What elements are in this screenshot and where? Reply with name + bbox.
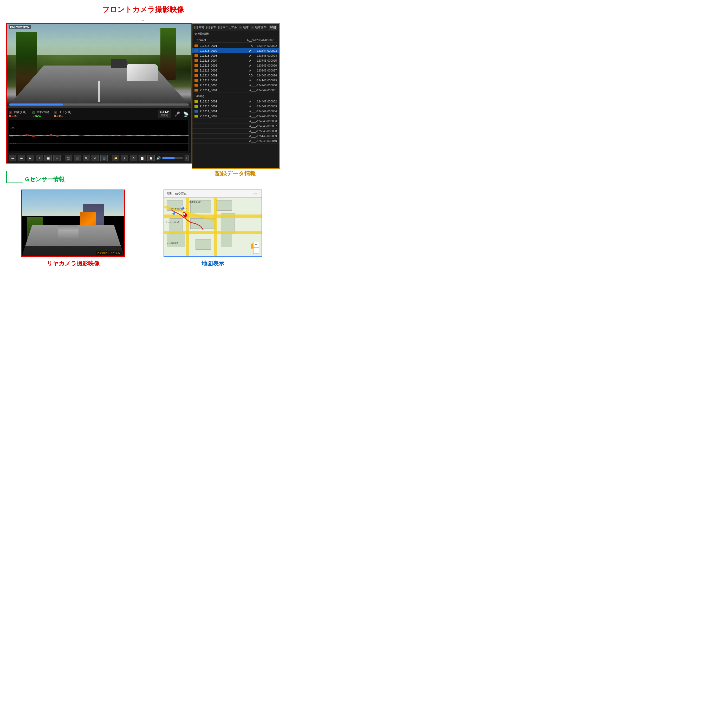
skip-end-button[interactable]: ⏭	[53, 155, 60, 161]
data-row-p3[interactable]: 211214_0001 A___-124647-000034	[192, 109, 279, 114]
device-label: 速度取締機	[192, 31, 279, 37]
gsensor-bracket	[6, 171, 14, 183]
axis-x-checkbox[interactable]: 前後(X軸)	[9, 110, 27, 114]
row-icon-n2	[195, 50, 198, 52]
count-badge: 20個	[269, 25, 277, 30]
row-id-p2: A___-124547-000033	[249, 105, 277, 108]
data-row-n7[interactable]: 211214_0001 AG__-124046-000028	[192, 73, 279, 78]
data-row-p2[interactable]: 211213_0002 A___-124547-000033	[192, 104, 279, 109]
zoom-in-button[interactable]: ⊕	[92, 155, 99, 161]
data-row-x5[interactable]: A___-125249-000040	[192, 139, 279, 143]
fullhd-button[interactable]: Full HD 高画質	[158, 110, 171, 118]
axis-z-check	[54, 111, 57, 114]
row-name-n9: 211214_0003	[200, 84, 249, 87]
settings-button[interactable]: ⚙	[130, 155, 137, 161]
lower-left: 2021/12/13 12:34:56 リヤカメラ撮影映像	[6, 190, 140, 268]
map-zoom-out[interactable]: −	[253, 248, 259, 254]
row-name-n10: 211214_0004	[200, 89, 249, 92]
data-row-n3[interactable]: 211213_0003 A___-123645-000024	[192, 53, 279, 58]
delete-button[interactable]: 🗑	[121, 155, 128, 161]
data-row-x2[interactable]: A___-124948-000037	[192, 124, 279, 129]
filter-parking[interactable]: 駐車	[239, 26, 249, 29]
data-row-n2[interactable]: 211213_0002 A___-123544-000023	[192, 48, 279, 53]
progress-bar[interactable]	[9, 104, 189, 106]
row-id-x5: A___-125249-000040	[249, 139, 277, 142]
data-row-x3[interactable]: A___-125048-000038	[192, 129, 279, 134]
row-icon-p1	[195, 100, 198, 103]
separator-1	[63, 155, 63, 161]
rear-camera-view: 2021/12/13 12:34:56	[21, 190, 125, 257]
row-name-n8: 211214_0002	[200, 79, 249, 82]
map-tab-aerial[interactable]: 航空写真	[175, 192, 187, 196]
video-button[interactable]: 🎥	[74, 155, 81, 161]
axis-y-label: 左右(Y軸)	[37, 110, 49, 114]
filter-parking-impact[interactable]: 駐車衝撃	[251, 26, 267, 29]
annotation-row: Gセンサー情報 記録データ情報	[0, 169, 286, 184]
map-controls: + −	[253, 242, 259, 254]
data-row-x1[interactable]: A___-124848-000036	[192, 119, 279, 124]
filter-parking-impact-check	[251, 26, 254, 29]
row-id-p4: A___-124748-000035	[249, 115, 277, 118]
filter-impact[interactable]: 衝撃	[207, 26, 216, 29]
globe-button[interactable]: 🌐	[100, 155, 108, 161]
fast-forward-button[interactable]: ⏩	[44, 155, 52, 161]
snapshot-button[interactable]: 📷	[65, 155, 72, 161]
row-name-n4: 211213_0004	[200, 59, 249, 62]
filter-manual[interactable]: マニュアル	[219, 26, 237, 29]
filter-manual-label: マニュアル	[223, 26, 237, 29]
zoom-button[interactable]: 🔍	[83, 155, 90, 161]
folder-button[interactable]: 📁	[112, 155, 119, 161]
row-id-n2: A___-123544-000023	[249, 49, 277, 52]
data-row-n5[interactable]: 211213_0005 A___-123845-000026	[192, 63, 279, 68]
row-icon-p3	[195, 110, 198, 113]
play-button[interactable]: ▶	[27, 155, 34, 161]
data-row-n9[interactable]: 211214_0003 A___-124246-000030	[192, 83, 279, 88]
clip-button[interactable]: 📋	[148, 155, 155, 161]
map-route-svg	[164, 197, 262, 256]
satellite-icon: 📡	[183, 111, 189, 117]
row-name-n7: 211214_0001	[200, 74, 249, 77]
gsensor-graph: 0.5G 0G -0.5G	[9, 120, 189, 151]
mic-icon[interactable]: 🎤	[174, 111, 180, 117]
axis-z-checkbox[interactable]: 上下(Z軸)	[54, 110, 71, 114]
map-zoom-in[interactable]: +	[253, 242, 259, 247]
data-row-p1[interactable]: 211213_0001 A___-124447-000032	[192, 99, 279, 104]
row-icon-p2	[195, 105, 198, 108]
pause-button[interactable]: ⏸	[36, 155, 43, 161]
volume-fill	[162, 157, 175, 159]
fullhd-label: Full HD	[160, 111, 169, 114]
left-annotations: Gセンサー情報	[6, 170, 192, 183]
row-id-n9: A___-124246-000030	[249, 84, 277, 87]
prev-button[interactable]: ⏭	[18, 155, 25, 161]
volume-expand[interactable]: +	[185, 155, 189, 161]
data-row-n10[interactable]: 211214_0004 A___-124347-000031	[192, 88, 279, 93]
axis-y-checkbox[interactable]: 左右(Y軸)	[32, 110, 49, 114]
doc-button[interactable]: 📄	[139, 155, 146, 161]
map-header: 地図 航空写真 マップ	[164, 190, 262, 197]
data-row-n4[interactable]: 211213_0004 A___-123745-000025	[192, 58, 279, 63]
row-id-x2: A___-124948-000037	[249, 125, 277, 128]
row-id-n8: A___-124146-000029	[249, 79, 277, 82]
map-tab-map[interactable]: 地図	[166, 191, 172, 196]
first-data-row[interactable]: Normal A__S-123344-000021	[195, 38, 277, 43]
filter-always[interactable]: 常時	[195, 26, 204, 29]
rear-camera-label: リヤカメラ撮影映像	[47, 260, 100, 267]
row-name-p4: 211214_0002	[200, 115, 249, 118]
parking-label: Parking	[195, 93, 277, 98]
row-icon-n6	[195, 69, 198, 72]
data-row-p4[interactable]: 211214_0002 A___-124748-000035	[192, 114, 279, 119]
road-line	[98, 81, 100, 102]
lower-section: 2021/12/13 12:34:56 リヤカメラ撮影映像 地図 航空写真 マッ…	[0, 184, 286, 273]
data-row-x4[interactable]: A___-125149-000039	[192, 134, 279, 139]
data-row-n8[interactable]: 211214_0002 A___-124146-000029	[192, 78, 279, 83]
data-list[interactable]: Normal A__S-123344-000021 211213_0001 A_…	[192, 37, 279, 168]
data-row-n6[interactable]: 211213_0006 A___-123945-000027	[192, 68, 279, 73]
map-label-section: 地図表示	[202, 260, 225, 268]
rear-dashboard	[22, 246, 124, 256]
quality-sub: 高画質	[161, 114, 168, 117]
data-row-n1[interactable]: 211213_0001 A__-123444-000022	[192, 44, 279, 48]
map-body: 東郷運輸(株) レンタル都宮給センニニ フィットバス●店 わかば保育園 + −	[164, 197, 262, 256]
volume-slider[interactable]	[162, 157, 183, 159]
map-view: 地図 航空写真 マップ	[163, 190, 262, 257]
skip-start-button[interactable]: ⏮	[9, 155, 17, 161]
